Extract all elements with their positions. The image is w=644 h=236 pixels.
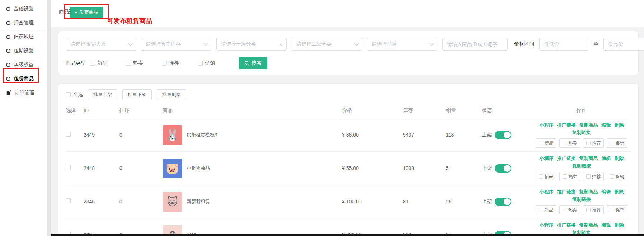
tag-checkbox-0[interactable]: 新品 bbox=[536, 138, 556, 148]
action-link-5[interactable]: 复制链接 bbox=[572, 129, 591, 136]
select-all-checkbox[interactable] bbox=[66, 92, 71, 97]
tag-checkbox-3[interactable]: 促销 bbox=[607, 172, 627, 181]
action-link-1[interactable]: 推广链接 bbox=[557, 189, 576, 195]
row-sales: 118 bbox=[446, 132, 482, 138]
action-link-2[interactable]: 复制商品 bbox=[579, 189, 598, 195]
filter-select-1[interactable]: 请选择售中库存 bbox=[141, 38, 211, 51]
tag-label: 推荐 bbox=[592, 207, 601, 213]
column-header-7: 状态 bbox=[482, 107, 532, 114]
action-link-4[interactable]: 删除 bbox=[615, 155, 624, 162]
sidebar-item-3[interactable]: 租期设置 bbox=[0, 44, 47, 58]
checkbox-icon[interactable] bbox=[610, 174, 614, 179]
publish-product-button[interactable]: + 发布商品 bbox=[70, 7, 103, 18]
checkbox-icon[interactable] bbox=[162, 61, 167, 66]
action-link-5[interactable]: 复制链接 bbox=[572, 163, 591, 169]
type-label: 推荐 bbox=[169, 60, 179, 66]
tag-checkbox-3[interactable]: 促销 bbox=[607, 205, 627, 214]
tag-checkbox-2[interactable]: 推荐 bbox=[583, 138, 604, 148]
keyword-input[interactable] bbox=[442, 38, 508, 51]
document-icon bbox=[6, 90, 11, 95]
batch-button-2[interactable]: 批量删除 bbox=[157, 89, 186, 100]
row-checkbox[interactable] bbox=[66, 165, 71, 170]
tag-checkbox-2[interactable]: 推荐 bbox=[583, 172, 604, 181]
sidebar-item-5[interactable]: 租赁商品 bbox=[0, 72, 47, 86]
checkbox-icon[interactable] bbox=[586, 141, 591, 145]
filter-select-3[interactable]: 请选择二级分类 bbox=[292, 38, 362, 51]
action-link-3[interactable]: 编辑 bbox=[602, 122, 611, 128]
checkbox-icon[interactable] bbox=[610, 208, 614, 212]
action-link-1[interactable]: 推广链接 bbox=[557, 155, 576, 162]
checkbox-icon[interactable] bbox=[563, 208, 567, 212]
filter-select-2[interactable]: 请选择一级分类 bbox=[216, 38, 287, 51]
action-link-0[interactable]: 小程序 bbox=[540, 189, 554, 195]
row-checkbox[interactable] bbox=[66, 198, 71, 203]
action-link-4[interactable]: 删除 bbox=[615, 122, 624, 128]
action-link-2[interactable]: 复制商品 bbox=[579, 155, 598, 162]
action-link-3[interactable]: 编辑 bbox=[602, 222, 611, 228]
tag-checkbox-3[interactable]: 促销 bbox=[607, 138, 627, 148]
tag-checkbox-1[interactable]: 热卖 bbox=[559, 205, 580, 214]
checkbox-icon[interactable] bbox=[126, 61, 131, 66]
action-link-1[interactable]: 推广链接 bbox=[557, 222, 576, 228]
filter-select-4[interactable]: 请选择品牌 bbox=[367, 38, 437, 51]
plus-icon: + bbox=[75, 10, 77, 15]
chevron-down-icon bbox=[128, 41, 133, 46]
action-link-0[interactable]: 小程序 bbox=[540, 122, 554, 128]
tag-checkbox-1[interactable]: 热卖 bbox=[559, 138, 580, 148]
annotation-text: 可发布租赁商品 bbox=[107, 16, 152, 25]
checkbox-icon[interactable] bbox=[198, 61, 203, 66]
action-links: 小程序推广链接复制商品编辑删除复制链接 bbox=[533, 122, 630, 136]
batch-button-0[interactable]: 批量上架 bbox=[88, 89, 117, 100]
action-link-3[interactable]: 编辑 bbox=[602, 155, 611, 162]
tag-checkbox-2[interactable]: 推荐 bbox=[583, 205, 604, 214]
product-image: 🐰 bbox=[163, 125, 182, 145]
type-checkbox-1[interactable]: 热卖 bbox=[126, 60, 143, 66]
checkbox-icon[interactable] bbox=[90, 61, 95, 66]
search-button[interactable]: 搜索 bbox=[239, 57, 267, 69]
checkbox-icon[interactable] bbox=[586, 208, 591, 212]
product-image: 🐷 bbox=[163, 159, 182, 178]
action-link-2[interactable]: 复制商品 bbox=[579, 122, 598, 128]
filter-select-0[interactable]: 请选择商品状态 bbox=[66, 38, 136, 51]
sidebar-item-2[interactable]: 归还地址 bbox=[0, 30, 47, 44]
action-link-1[interactable]: 推广链接 bbox=[557, 122, 576, 128]
checkbox-icon[interactable] bbox=[586, 174, 591, 179]
table-row-2449: 24490🐰奶茶租赁模板3¥ 88.005407118上架小程序推广链接复制商品… bbox=[66, 118, 631, 152]
row-checkbox[interactable] bbox=[66, 132, 71, 137]
checkbox-icon[interactable] bbox=[563, 141, 567, 145]
action-link-3[interactable]: 编辑 bbox=[602, 189, 611, 195]
sidebar-item-4[interactable]: 等级权益 bbox=[0, 58, 47, 72]
type-checkbox-3[interactable]: 促销 bbox=[198, 60, 215, 66]
status-toggle[interactable] bbox=[495, 131, 511, 139]
sidebar-item-label: 押金管理 bbox=[14, 20, 34, 26]
status-toggle[interactable] bbox=[495, 198, 511, 206]
batch-button-1[interactable]: 批量下架 bbox=[122, 89, 152, 100]
select-all[interactable]: 全选 bbox=[66, 91, 83, 98]
action-link-4[interactable]: 删除 bbox=[615, 189, 624, 195]
sidebar-item-0[interactable]: 基础设置 bbox=[0, 2, 47, 16]
checkbox-icon[interactable] bbox=[610, 141, 614, 145]
tag-checkbox-0[interactable]: 新品 bbox=[536, 205, 556, 214]
product-table-panel: 全选 批量上架批量下架批量删除 选择ID排序商品价格库存销量状态操作 24490… bbox=[58, 83, 639, 236]
type-checkbox-2[interactable]: 推荐 bbox=[162, 60, 179, 66]
checkbox-icon[interactable] bbox=[539, 208, 543, 212]
type-checkbox-0[interactable]: 新品 bbox=[90, 60, 107, 66]
action-link-0[interactable]: 小程序 bbox=[540, 155, 554, 162]
table-row-2346: 23460🐱新新新租赁¥ 100.008129上架小程序推广链接复制商品编辑删除… bbox=[66, 185, 631, 218]
action-links: 小程序推广链接复制商品编辑删除复制链接 bbox=[533, 189, 630, 203]
sidebar-item-1[interactable]: 押金管理 bbox=[0, 16, 47, 30]
action-link-5[interactable]: 复制链接 bbox=[572, 196, 591, 203]
max-price-input[interactable] bbox=[603, 38, 644, 51]
action-link-4[interactable]: 删除 bbox=[615, 222, 624, 228]
action-link-0[interactable]: 小程序 bbox=[540, 222, 554, 228]
checkbox-icon[interactable] bbox=[539, 174, 543, 179]
sidebar-scrollbar[interactable] bbox=[47, 0, 51, 236]
min-price-input[interactable] bbox=[539, 38, 588, 51]
status-toggle[interactable] bbox=[495, 164, 511, 173]
sidebar-item-6[interactable]: 订单管理 bbox=[0, 86, 47, 100]
tag-checkbox-1[interactable]: 热卖 bbox=[559, 172, 580, 181]
tag-checkbox-0[interactable]: 新品 bbox=[536, 172, 556, 181]
action-link-2[interactable]: 复制商品 bbox=[579, 222, 598, 228]
checkbox-icon[interactable] bbox=[539, 141, 543, 145]
checkbox-icon[interactable] bbox=[563, 174, 567, 179]
